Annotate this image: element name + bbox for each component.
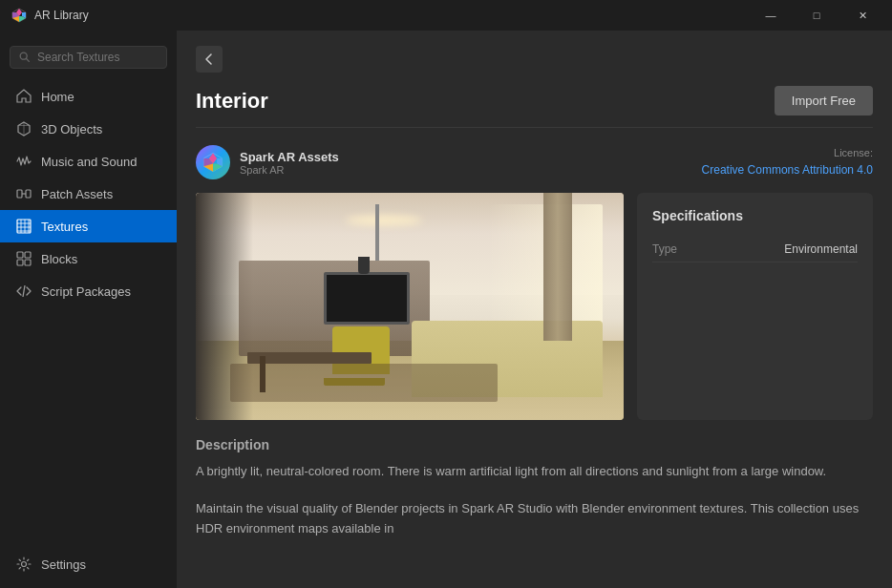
svg-rect-16 (25, 252, 31, 258)
sidebar: Home 3D Objects Music and Sound Patch As… (0, 31, 177, 588)
svg-line-2 (26, 58, 29, 61)
settings-icon (16, 556, 32, 572)
texture-preview (196, 193, 624, 420)
back-button[interactable] (196, 46, 223, 73)
author-details: Spark AR Assets Spark AR (240, 150, 339, 176)
page-header: Interior Import Free (196, 86, 873, 128)
license-block: License: Creative Commons Attribution 4.… (702, 147, 873, 178)
search-box[interactable] (10, 46, 167, 69)
svg-rect-17 (17, 260, 23, 265)
author-info: Spark AR Assets Spark AR (196, 145, 339, 179)
panorama-scene (196, 193, 624, 420)
sidebar-item-settings[interactable]: Settings (0, 548, 177, 580)
sidebar-item-home[interactable]: Home (0, 80, 177, 113)
sidebar-item-blocks[interactable]: Blocks (0, 242, 177, 275)
cube-icon (16, 121, 32, 136)
description-paragraph-1: A brightly lit, neutral-colored room. Th… (196, 462, 873, 482)
texture-icon (16, 219, 32, 234)
spec-row: Type Environmental (652, 237, 858, 262)
spec-panel: Specifications Type Environmental (637, 193, 873, 420)
titlebar-title: AR Library (34, 9, 89, 22)
avatar (196, 145, 230, 179)
description-title: Description (196, 437, 873, 452)
sidebar-item-patch-assets[interactable]: Patch Assets (0, 178, 177, 210)
search-icon (18, 51, 32, 64)
detail-row: Specifications Type Environmental (196, 193, 873, 420)
sidebar-item-script-packages[interactable]: Script Packages (0, 275, 177, 307)
license-link[interactable]: Creative Commons Attribution 4.0 (702, 163, 873, 177)
minimize-button[interactable]: — (749, 0, 793, 31)
author-avatar-icon (202, 152, 223, 173)
svg-point-20 (22, 562, 27, 567)
license-label: License: (702, 147, 873, 158)
titlebar-left: AR Library (11, 8, 89, 23)
patch-icon (16, 186, 32, 201)
svg-rect-6 (26, 190, 31, 198)
import-free-button[interactable]: Import Free (775, 86, 873, 116)
author-name: Spark AR Assets (240, 150, 339, 164)
content-area: Interior Import Free Spar (177, 31, 892, 588)
page-title: Interior (196, 89, 268, 114)
restore-button[interactable]: □ (795, 0, 839, 31)
script-icon (16, 284, 32, 299)
search-input[interactable] (37, 51, 159, 64)
back-arrow-icon (203, 53, 215, 65)
description-section: Description A brightly lit, neutral-colo… (196, 437, 873, 538)
svg-rect-15 (17, 252, 23, 258)
author-sub: Spark AR (240, 164, 339, 176)
main-layout: Home 3D Objects Music and Sound Patch As… (0, 31, 892, 588)
spec-title: Specifications (652, 208, 858, 223)
titlebar: AR Library — □ ✕ (0, 0, 892, 31)
close-button[interactable]: ✕ (840, 0, 884, 31)
svg-rect-5 (17, 190, 22, 198)
titlebar-controls: — □ ✕ (749, 0, 884, 31)
waveform-icon (16, 154, 32, 169)
sidebar-spacer (0, 307, 177, 548)
spec-val-type: Environmental (784, 242, 858, 256)
sidebar-item-3d-objects[interactable]: 3D Objects (0, 113, 177, 145)
svg-line-19 (23, 285, 25, 297)
blocks-icon (16, 251, 32, 266)
spark-ar-logo-icon (11, 8, 27, 23)
sidebar-item-music-and-sound[interactable]: Music and Sound (0, 145, 177, 178)
spec-key-type: Type (652, 242, 677, 256)
sidebar-item-textures[interactable]: Textures (0, 210, 177, 242)
svg-rect-18 (25, 260, 31, 265)
description-paragraph-2: Maintain the visual quality of Blender p… (196, 499, 873, 539)
home-icon (16, 89, 32, 104)
author-row: Spark AR Assets Spark AR License: Creati… (196, 145, 873, 179)
